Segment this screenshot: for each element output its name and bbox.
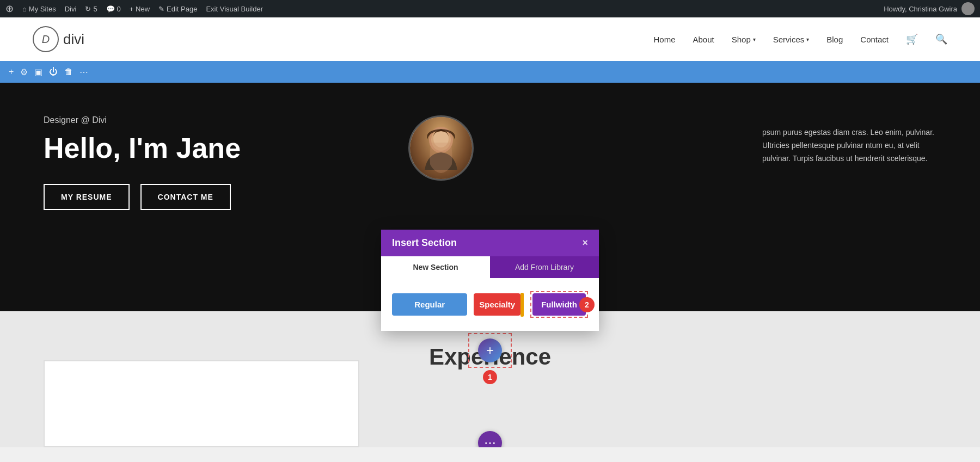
hero-right-paragraph: psum purus egestas diam cras. Leo enim, … — [762, 126, 936, 165]
avatar — [961, 2, 975, 15]
gray-card — [44, 360, 359, 447]
fullwidth-section-btn[interactable]: Fullwidth — [532, 293, 586, 316]
nav-home[interactable]: Home — [653, 35, 675, 44]
sites-icon: ⌂ — [22, 5, 27, 13]
edit-icon: ✎ — [158, 5, 164, 13]
updates-icon: ↻ — [85, 5, 91, 13]
insert-section-modal-overlay: Insert Section × New Section Add From Li… — [381, 230, 599, 331]
tab-add-from-library[interactable]: Add From Library — [490, 256, 599, 278]
comments-count: 0 — [117, 5, 121, 13]
wordpress-icon: ⊕ — [5, 3, 14, 15]
site-logo[interactable]: D divi — [33, 26, 84, 52]
new-menu[interactable]: + New — [130, 5, 150, 13]
tab-new-section[interactable]: New Section — [381, 256, 490, 278]
modal-close-btn[interactable]: × — [582, 237, 588, 249]
my-sites-label: My Sites — [29, 5, 56, 13]
cart-icon[interactable]: 🛒 — [906, 33, 918, 45]
modal-title: Insert Section — [392, 237, 457, 249]
add-module-btn[interactable]: + — [9, 67, 14, 77]
fullwidth-badge: 2 — [579, 297, 595, 312]
divi-dot-icon: ⋯ — [484, 436, 496, 447]
logo-letter: D — [42, 33, 50, 46]
hero-avatar — [408, 115, 474, 181]
specialty-section-container: Specialty — [474, 293, 524, 317]
modal-header: Insert Section × — [381, 230, 599, 256]
builder-toolbar: + ⚙ ▣ ⏻ 🗑 ⋯ — [0, 61, 980, 83]
admin-bar: ⊕ ⌂ My Sites Divi ↻ 5 💬 0 + New ✎ Edit P… — [0, 0, 980, 17]
specialty-divider — [520, 293, 524, 317]
hero-buttons: MY RESUME CONTACT ME — [44, 184, 241, 210]
admin-bar-right: Howdy, Christina Gwira — [884, 2, 975, 15]
avatar-image — [410, 117, 472, 179]
nav-about[interactable]: About — [693, 35, 714, 44]
divi-menu[interactable]: Divi — [65, 5, 77, 13]
exit-vb-label: Exit Visual Builder — [206, 5, 263, 13]
regular-section-btn[interactable]: Regular — [392, 293, 467, 316]
new-label: + New — [130, 5, 150, 13]
nav-shop[interactable]: Shop ▾ — [732, 35, 756, 44]
edit-page-label: Edit Page — [167, 5, 197, 13]
logo-circle: D — [33, 26, 59, 52]
updates-menu[interactable]: ↻ 5 — [85, 5, 97, 13]
exit-vb-btn[interactable]: Exit Visual Builder — [206, 5, 263, 13]
fullwidth-section-container: Fullwidth 2 — [530, 291, 588, 318]
nav-services[interactable]: Services ▾ — [773, 35, 810, 44]
hero-subtitle: Designer @ Divi — [44, 115, 241, 125]
logo-name: divi — [63, 31, 84, 48]
services-chevron-icon: ▾ — [806, 36, 809, 42]
add-section-badge: 1 — [483, 370, 497, 384]
toggle-btn[interactable]: ⏻ — [49, 67, 58, 77]
howdy-text: Howdy, Christina Gwira — [884, 5, 957, 13]
search-icon[interactable]: 🔍 — [935, 33, 947, 45]
my-sites-menu[interactable]: ⌂ My Sites — [22, 5, 56, 13]
resume-button[interactable]: MY RESUME — [44, 184, 130, 210]
insert-section-modal: Insert Section × New Section Add From Li… — [381, 230, 599, 331]
nav-blog[interactable]: Blog — [826, 35, 843, 44]
add-section-area: + 1 — [468, 333, 512, 384]
contact-button[interactable]: CONTACT ME — [140, 184, 231, 210]
hero-right-text: psum purus egestas diam cras. Leo enim, … — [762, 126, 936, 165]
add-section-dashed-box: + — [468, 333, 512, 368]
layout-btn[interactable]: ▣ — [34, 67, 42, 77]
comments-icon: 💬 — [106, 5, 115, 13]
modal-body: Regular Specialty Fullwidth 2 — [381, 278, 599, 331]
hero-content: Designer @ Divi Hello, I'm Jane MY RESUM… — [44, 115, 241, 210]
specialty-section-btn[interactable]: Specialty — [474, 293, 520, 316]
hero-title: Hello, I'm Jane — [44, 132, 241, 164]
divi-label: Divi — [65, 5, 77, 13]
nav-contact[interactable]: Contact — [860, 35, 889, 44]
edit-page-btn[interactable]: ✎ Edit Page — [158, 5, 197, 13]
wordpress-logo[interactable]: ⊕ — [5, 3, 14, 15]
comments-menu[interactable]: 💬 0 — [106, 5, 121, 13]
trash-btn[interactable]: 🗑 — [64, 67, 73, 77]
site-nav: Home About Shop ▾ Services ▾ Blog Contac… — [653, 33, 947, 45]
shop-chevron-icon: ▾ — [753, 36, 756, 42]
add-icon: + — [486, 344, 494, 357]
updates-count: 5 — [93, 5, 97, 13]
settings-btn[interactable]: ⚙ — [20, 67, 28, 77]
more-btn[interactable]: ⋯ — [79, 67, 88, 77]
site-header: D divi Home About Shop ▾ Services ▾ Blog… — [0, 17, 980, 61]
add-section-btn[interactable]: + — [478, 338, 502, 362]
modal-tabs: New Section Add From Library — [381, 256, 599, 278]
